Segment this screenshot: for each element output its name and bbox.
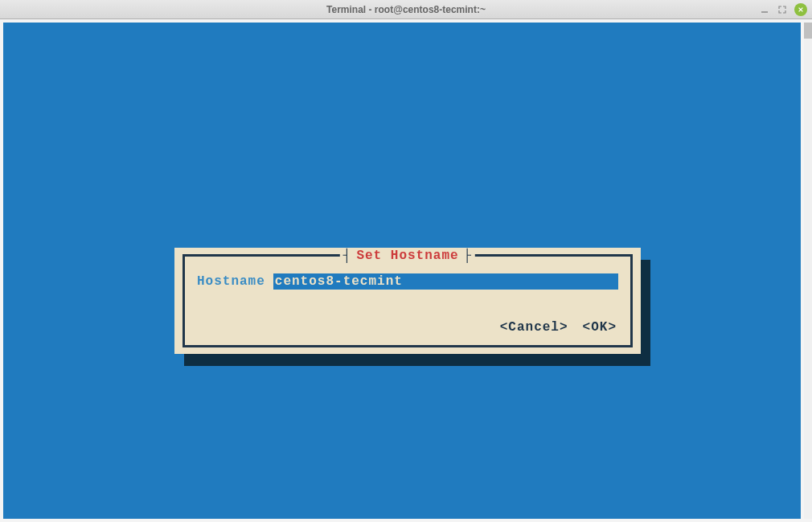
ok-label: OK — [591, 320, 608, 335]
close-button[interactable] — [794, 3, 807, 16]
minimize-button[interactable] — [759, 4, 770, 15]
hostname-dialog: ┤ Set Hostname ├ Hostname centos8-tecmin… — [174, 248, 641, 354]
dialog-title: Set Hostname — [351, 249, 463, 263]
ok-button[interactable]: <OK> — [583, 320, 617, 335]
dialog-content: Hostname centos8-tecmint — [197, 273, 618, 290]
angle-right-icon: > — [608, 320, 617, 335]
terminal-window: Terminal - root@centos8-tecmint:~ — [0, 0, 812, 522]
scrollbar[interactable] — [804, 23, 812, 519]
titlebar[interactable]: Terminal - root@centos8-tecmint:~ — [0, 0, 812, 19]
cancel-label: Cancel — [508, 320, 560, 335]
maximize-button[interactable] — [777, 4, 788, 15]
title-bracket-left: ┤ — [343, 249, 352, 263]
title-bracket-right: ├ — [464, 249, 473, 263]
angle-right-icon: > — [560, 320, 568, 335]
angle-left-icon: < — [500, 320, 509, 335]
dialog-title-wrap: ┤ Set Hostname ├ — [340, 249, 475, 263]
angle-left-icon: < — [583, 320, 592, 335]
hostname-value: centos8-tecmint — [275, 274, 403, 289]
window-title: Terminal - root@centos8-tecmint:~ — [326, 4, 486, 15]
hostname-label: Hostname — [197, 274, 265, 289]
cancel-button[interactable]: <Cancel> — [500, 320, 568, 335]
text-cursor — [403, 273, 411, 291]
terminal-container: ┤ Set Hostname ├ Hostname centos8-tecmin… — [0, 19, 812, 522]
button-row: <Cancel> <OK> — [500, 320, 617, 335]
window-controls — [759, 3, 807, 16]
hostname-field-row: Hostname centos8-tecmint — [197, 273, 618, 290]
hostname-input[interactable]: centos8-tecmint — [273, 273, 618, 290]
scrollbar-thumb[interactable] — [804, 23, 812, 39]
terminal-screen[interactable]: ┤ Set Hostname ├ Hostname centos8-tecmin… — [3, 23, 801, 519]
